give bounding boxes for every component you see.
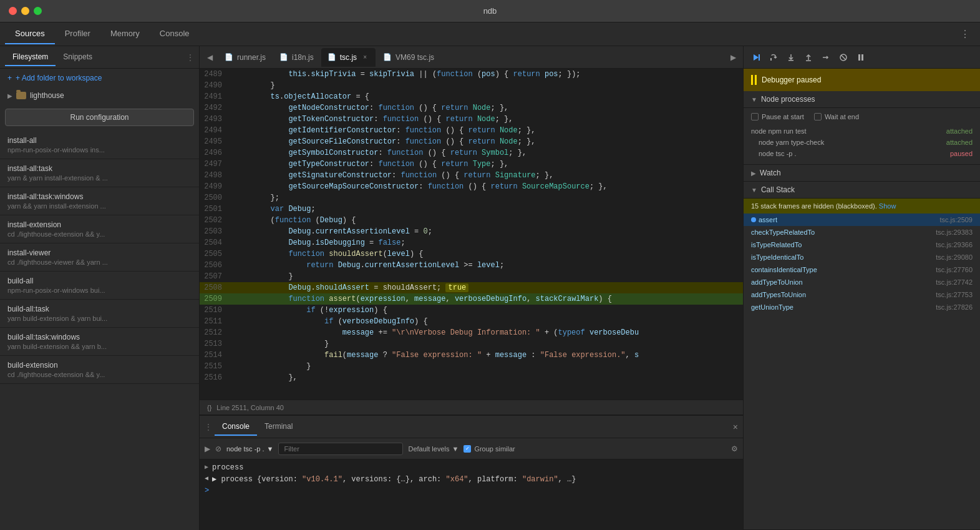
- run-item-install-all[interactable]: install-all npm-run-posix-or-windows ins…: [0, 131, 199, 159]
- sidebar-tab-filesystem[interactable]: Filesystem: [5, 49, 56, 66]
- step-out-button[interactable]: [801, 50, 816, 65]
- console-context-selector[interactable]: node tsc -p . ▼: [226, 445, 273, 453]
- code-line-2513: 2513 }: [200, 338, 743, 350]
- code-line-2512: 2512 message += "\r\nVerbose Debug Infor…: [200, 327, 743, 338]
- expand-arrow-icon[interactable]: ▶: [205, 463, 208, 471]
- fullscreen-button[interactable]: [34, 7, 42, 15]
- sidebar-more-icon[interactable]: ⋮: [187, 53, 194, 62]
- show-blackboxed-link[interactable]: Show: [879, 202, 896, 210]
- stack-frame-add-type-to-union[interactable]: addTypeToUnion tsc.js:27742: [744, 276, 980, 288]
- editor-tab-vm69-tsc-js[interactable]: 📄 VM69 tsc.js: [377, 48, 440, 67]
- run-item-install-all-task[interactable]: install-all:task yarn & yarn install-ext…: [0, 159, 199, 187]
- sidebar-tab-snippets[interactable]: Snippets: [56, 49, 100, 66]
- bottom-panel-more-icon[interactable]: ⋮: [205, 423, 212, 431]
- console-prompt[interactable]: >: [200, 485, 743, 496]
- node-processes-header[interactable]: ▼ Node processes: [744, 91, 980, 108]
- close-tab-icon[interactable]: ×: [361, 53, 369, 62]
- close-button[interactable]: [9, 7, 17, 15]
- file-icon: 📄: [383, 53, 392, 61]
- current-frame-indicator: [751, 217, 756, 222]
- sidebar: Filesystem Snippets ⋮ + + Add folder to …: [0, 46, 200, 530]
- run-item-build-extension[interactable]: build-extension cd ./lighthouse-extensio…: [0, 356, 199, 384]
- console-level-selector[interactable]: Default levels ▼: [408, 445, 458, 453]
- code-line-2489: 2489 this.skipTrivia = skipTrivia || (fu…: [200, 69, 743, 80]
- stack-frame-get-union-type[interactable]: getUnionType tsc.js:27826: [744, 301, 980, 313]
- editor-section: ◀ 📄 runner.js 📄 i18n.js 📄 tsc.js ×: [200, 46, 743, 415]
- process-tsc[interactable]: node tsc -p . paused: [751, 148, 973, 159]
- step-into-button[interactable]: [784, 50, 798, 65]
- code-line-2496: 2496 getSymbolConstructor: function () {…: [200, 147, 743, 159]
- process-npm-run-test[interactable]: node npm run test attached: [751, 125, 973, 137]
- code-line-2514: 2514 fail(message ? "False expression: "…: [200, 350, 743, 361]
- add-icon: +: [7, 74, 12, 82]
- code-line-2502: 2502 (function (Debug) {: [200, 215, 743, 226]
- tab-memory[interactable]: Memory: [100, 24, 150, 44]
- svg-rect-5: [858, 54, 860, 61]
- wait-at-end-label[interactable]: Wait at end: [814, 113, 859, 120]
- wait-at-end-checkbox[interactable]: [814, 113, 822, 120]
- process-yarn-type-check[interactable]: node yarn type-check attached: [751, 137, 973, 148]
- run-item-install-viewer[interactable]: install-viewer cd ./lighthouse-viewer &&…: [0, 243, 199, 272]
- titlebar: ndb: [0, 0, 980, 22]
- console-row-process[interactable]: ▶ process: [200, 462, 743, 473]
- code-line-2494: 2494 getIdentifierConstructor: function …: [200, 125, 743, 136]
- chevron-down-icon: ▼: [751, 187, 757, 194]
- group-similar-checkbox[interactable]: ✓ Group similar: [463, 445, 515, 453]
- run-item-build-all-task-windows[interactable]: build-all:task:windows yarn build-extens…: [0, 328, 199, 356]
- step-over-button[interactable]: [766, 50, 781, 65]
- resume-button[interactable]: [749, 50, 764, 65]
- stack-frame-contains-identical-type[interactable]: containsIdenticalType tsc.js:27760: [744, 263, 980, 276]
- stack-frame-is-type-identical[interactable]: isTypeIdenticalTo tsc.js:29080: [744, 251, 980, 263]
- pause-at-start-label[interactable]: Pause at start: [751, 113, 804, 120]
- stack-frame-is-type-related[interactable]: isTypeRelatedTo tsc.js:29366: [744, 238, 980, 251]
- code-line-2490: 2490 }: [200, 80, 743, 91]
- console-execute-icon[interactable]: ▶: [205, 444, 210, 453]
- deactivate-breakpoints-button[interactable]: [836, 50, 851, 65]
- prompt-caret-icon: >: [205, 486, 209, 495]
- editor-tab-runner-js[interactable]: 📄 runner.js: [218, 48, 272, 67]
- console-stop-icon[interactable]: ⊘: [215, 444, 221, 453]
- chevron-down-icon: ▼: [751, 96, 757, 103]
- editor-back-button[interactable]: ◀: [202, 50, 217, 65]
- run-item-install-all-task-windows[interactable]: install-all:task:windows yarn && yarn in…: [0, 187, 199, 215]
- pause-button[interactable]: [853, 50, 868, 65]
- code-line-2497: 2497 getTypeConstructor: function () { r…: [200, 159, 743, 170]
- run-configuration-header[interactable]: Run configuration: [5, 109, 194, 126]
- watch-header[interactable]: ▶ Watch: [744, 165, 980, 182]
- tab-sources[interactable]: Sources: [5, 24, 55, 44]
- stack-frame-check-type-related[interactable]: checkTypeRelatedTo tsc.js:29383: [744, 226, 980, 238]
- code-editor[interactable]: 2489 this.skipTrivia = skipTrivia || (fu…: [200, 69, 743, 400]
- folder-lighthouse[interactable]: ▶ lighthouse: [0, 87, 199, 104]
- editor-tab-i18n-js[interactable]: 📄 i18n.js: [273, 48, 320, 67]
- step-button[interactable]: [818, 50, 833, 65]
- main-tabs-more[interactable]: ⋮: [960, 28, 980, 40]
- console-row-process-expanded[interactable]: ◀ ▶ process {version: "v10.4.1", version…: [200, 473, 743, 485]
- file-icon: 📄: [225, 53, 233, 61]
- editor-tab-tsc-js[interactable]: 📄 tsc.js ×: [321, 48, 376, 67]
- bottom-tab-terminal[interactable]: Terminal: [257, 418, 300, 436]
- minimize-button[interactable]: [21, 7, 29, 15]
- blackboxed-text: 15 stack frames are hidden (blackboxed).…: [751, 202, 896, 210]
- stack-frame-add-types-to-union[interactable]: addTypesToUnion tsc.js:27753: [744, 288, 980, 301]
- bottom-panel: ⋮ Console Terminal × ▶ ⊘ node tsc -p . ▼…: [200, 415, 743, 530]
- close-bottom-panel-icon[interactable]: ×: [733, 422, 738, 432]
- pause-at-start-checkbox[interactable]: [751, 113, 759, 120]
- bottom-tab-console[interactable]: Console: [215, 418, 257, 436]
- console-settings-icon[interactable]: ⚙: [731, 444, 738, 453]
- right-panel: Debugger paused ▼ Node processes Pause a…: [743, 46, 980, 530]
- run-item-install-extension[interactable]: install-extension cd ./lighthouse-extens…: [0, 215, 199, 243]
- console-filter-input[interactable]: [278, 443, 403, 455]
- console-toolbar: ▶ ⊘ node tsc -p . ▼ Default levels ▼ ✓ G…: [200, 438, 743, 459]
- svg-rect-1: [770, 58, 772, 61]
- editor-play-button[interactable]: ▶: [725, 50, 740, 65]
- tab-console[interactable]: Console: [150, 24, 200, 44]
- code-line-2515: 2515 }: [200, 361, 743, 372]
- stack-frame-assert[interactable]: assert tsc.js:2509: [744, 213, 980, 226]
- collapse-arrow-icon[interactable]: ◀: [205, 474, 208, 482]
- run-item-build-all-task[interactable]: build-all:task yarn build-extension & ya…: [0, 300, 199, 328]
- add-folder-button[interactable]: + + Add folder to workspace: [0, 69, 199, 87]
- call-stack-header[interactable]: ▼ Call Stack: [744, 182, 980, 199]
- tab-profiler[interactable]: Profiler: [55, 24, 100, 44]
- run-item-build-all[interactable]: build-all npm-run-posix-or-windows bui..…: [0, 272, 199, 300]
- chevron-down-icon: ▼: [267, 445, 274, 453]
